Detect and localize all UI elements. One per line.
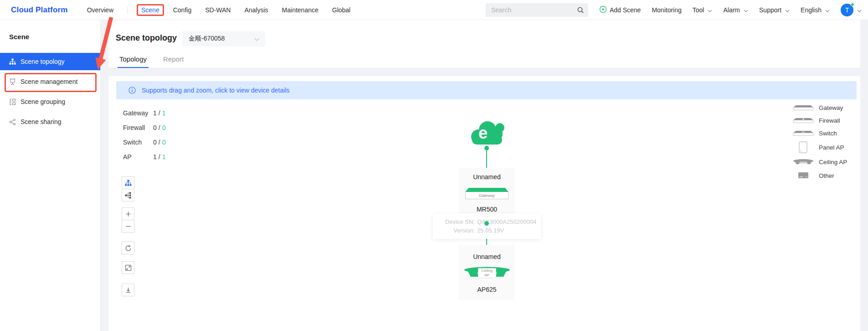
sidebar-title: Scene [9, 33, 100, 41]
sidebar-item-label: Scene topology [21, 58, 65, 65]
brand-logo: Cloud Platform [11, 5, 68, 15]
device-tooltip: Device SN: QAX3000A250200004 Version: 25… [433, 213, 541, 239]
nav-item-scene[interactable]: Scene [141, 6, 159, 14]
ap-badge-line2: AP [484, 273, 489, 278]
nav-item-global[interactable]: Global [332, 6, 350, 14]
nav-item-config[interactable]: Config [173, 6, 191, 14]
tool-menu[interactable]: Tool [693, 6, 713, 14]
nav-item-sdwan[interactable]: SD-WAN [205, 6, 231, 14]
gateway-legend-icon [792, 105, 815, 111]
language-label: English [801, 6, 822, 14]
main-nav: Overview Scene Config SD-WAN Analysis Ma… [87, 4, 351, 16]
nav-item-maintenance[interactable]: Maintenance [282, 6, 318, 14]
stat-total: 0 [162, 124, 166, 131]
chevron-down-icon [857, 6, 862, 14]
gateway-node[interactable]: Unnamed Gateway MR500 [459, 168, 515, 219]
legend-gateway: Gateway [792, 103, 847, 113]
tooltip-version-label: Version: [437, 226, 475, 235]
scene-selector-value: 金顺-670058 [189, 35, 225, 43]
internet-cloud-icon[interactable]: e [468, 120, 507, 147]
tab-topology[interactable]: Topology [119, 55, 147, 68]
ceiling-ap-device-icon: Ceiling AP [463, 267, 511, 280]
stat-count: 0 [153, 139, 157, 146]
gateway-node-name: Unnamed [459, 173, 515, 181]
legend-label: Panel AP [819, 144, 844, 151]
support-menu[interactable]: Support [759, 6, 790, 14]
monitoring-button[interactable]: Monitoring [652, 6, 681, 14]
nav-item-analysis[interactable]: Analysis [244, 6, 268, 14]
sidebar-item-scene-sharing[interactable]: Scene sharing [0, 113, 100, 130]
sidebar-item-label: Scene grouping [21, 98, 65, 105]
cloud-letter: e [478, 124, 488, 143]
alarm-label: Alarm [723, 6, 740, 14]
ap-node-model: AP625 [459, 286, 515, 293]
ceiling-ap-legend-icon [792, 159, 815, 166]
sidebar-item-label: Scene management [21, 78, 77, 85]
sidebar-item-label: Scene sharing [21, 118, 62, 125]
scene-selector-dropdown[interactable]: 金顺-670058 [182, 31, 265, 47]
info-banner: Supports drag and zoom, click to view de… [116, 81, 857, 99]
zoom-in-button[interactable] [122, 207, 134, 220]
download-button[interactable] [122, 284, 134, 296]
add-scene-label: Add Scene [610, 6, 641, 14]
monitoring-label: Monitoring [652, 6, 681, 14]
topology-panel: Supports drag and zoom, click to view de… [108, 76, 860, 331]
tooltip-version-value: 25.05.19V [477, 226, 536, 235]
nav-divider [127, 6, 128, 14]
online-status-dot [851, 3, 854, 6]
search-icon[interactable] [577, 6, 584, 15]
legend-label: Firewall [819, 117, 840, 124]
legend-label: Ceiling AP [819, 159, 847, 166]
ap-badge-line1: Ceiling [481, 269, 492, 273]
link-dot [484, 221, 489, 226]
user-menu[interactable]: T [841, 4, 862, 16]
projector-screen-icon [9, 78, 16, 85]
info-icon [128, 87, 136, 94]
sidebar-item-scene-grouping[interactable]: Scene grouping [0, 93, 100, 110]
add-scene-button[interactable]: Add Scene [599, 5, 641, 15]
ap-node[interactable]: Unnamed Ceiling AP AP625 [459, 245, 515, 300]
tab-bar: Topology Report [119, 55, 184, 68]
nav-item-overview[interactable]: Overview [87, 6, 113, 14]
support-label: Support [759, 6, 781, 14]
chevron-down-icon [825, 6, 830, 14]
gateway-device-icon: Gateway [465, 188, 508, 199]
stat-total: 1 [162, 153, 166, 160]
plus-circle-icon [599, 5, 607, 15]
legend-label: Gateway [819, 104, 843, 111]
cloud-platform-app: Cloud Platform Overview Scene Config SD-… [0, 0, 868, 331]
page-title: Scene topology [116, 33, 177, 43]
legend-ceiling-ap: Ceiling AP [792, 156, 847, 168]
banner-text: Supports drag and zoom, click to view de… [142, 87, 290, 94]
ap-node-name: Unnamed [459, 253, 515, 260]
layout-vertical-tree-button[interactable] [122, 176, 134, 189]
legend-panel-ap: Panel AP [792, 141, 847, 154]
refresh-button[interactable] [122, 242, 134, 254]
annotation-box-scene: Scene [137, 4, 164, 16]
stat-switch: Switch 0 / 0 [123, 138, 165, 147]
sidebar-item-scene-topology[interactable]: Scene topology [0, 53, 100, 70]
stat-separator: / [159, 124, 160, 131]
other-legend-icon [792, 171, 815, 180]
topology-tree-icon [9, 58, 16, 65]
stat-label: AP [123, 153, 153, 160]
legend-label: Switch [819, 130, 837, 137]
zoom-out-button[interactable] [122, 220, 134, 233]
fullscreen-button[interactable] [122, 261, 134, 274]
chevron-down-icon [744, 6, 748, 14]
sidebar-item-scene-management[interactable]: Scene management [0, 73, 100, 90]
device-stats: Gateway 1 / 1 Firewall 0 / 0 Switch 0 / … [123, 109, 165, 167]
layout-horizontal-tree-button[interactable] [122, 189, 134, 202]
grouping-icon [9, 98, 16, 105]
legend-other: Other [792, 170, 847, 181]
search-input[interactable] [486, 3, 588, 17]
stat-count: 0 [153, 124, 157, 131]
chevron-down-icon [254, 35, 260, 42]
top-navbar: Cloud Platform Overview Scene Config SD-… [0, 0, 868, 20]
chevron-down-icon [708, 6, 712, 14]
link-dot [484, 146, 489, 150]
stat-firewall: Firewall 0 / 0 [123, 123, 165, 132]
language-menu[interactable]: English [801, 6, 830, 14]
tab-report[interactable]: Report [163, 55, 184, 68]
alarm-menu[interactable]: Alarm [723, 6, 748, 14]
